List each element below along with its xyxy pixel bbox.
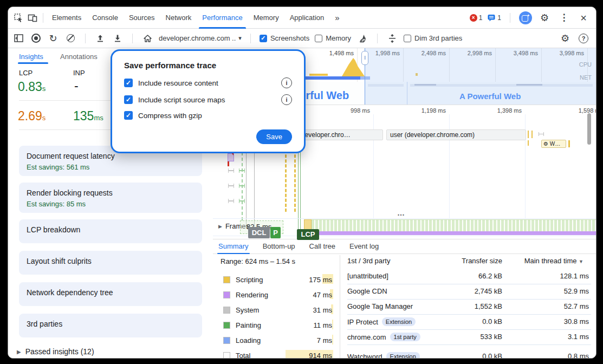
tab-performance[interactable]: Performance <box>197 7 248 29</box>
tab-application[interactable]: Application <box>284 7 330 29</box>
col-party-header[interactable]: 1st / 3rd party <box>347 257 390 265</box>
scripting-swatch <box>223 276 230 283</box>
include-resource-content-checkbox[interactable]: ✓ Include resource content i <box>124 77 292 88</box>
kebab-menu-icon[interactable]: ⋮ <box>557 11 571 25</box>
clear-icon[interactable] <box>64 32 76 44</box>
inp-local-value: - <box>74 79 79 93</box>
insight-card-layout-shift[interactable]: Layout shift culprits <box>19 251 202 275</box>
checkbox-checked-icon: ✓ <box>260 35 267 42</box>
insight-card-network-dependency[interactable]: Network dependency tree <box>19 282 202 306</box>
chevron-down-icon: ▾ <box>238 35 242 42</box>
info-icon[interactable]: i <box>281 94 292 105</box>
network-request-pill[interactable]: user (developer.chrome.com) <box>386 129 526 140</box>
devtools-window: Elements Console Sources Network Perform… <box>8 6 596 359</box>
dim-3rd-parties-checkbox[interactable]: Dim 3rd parties <box>404 34 462 42</box>
party-row-name[interactable]: chrome.com1st party <box>347 333 420 341</box>
expand-arrow-icon: ▶ <box>218 224 222 229</box>
legend-label: Rendering <box>236 291 268 299</box>
checkbox-unchecked-icon <box>315 35 322 42</box>
insight-card-render-blocking[interactable]: Render blocking requests Est savings: 85… <box>19 183 202 213</box>
detail-tick: 1,198 ms <box>408 107 446 114</box>
rendering-swatch <box>223 291 230 298</box>
page-select-dropdown[interactable]: developer.chrome.com .. ▾ <box>159 34 242 42</box>
inspect-element-icon[interactable] <box>11 11 25 25</box>
throttling-icon[interactable] <box>386 32 398 44</box>
collect-garbage-icon[interactable] <box>356 32 368 44</box>
save-profile-icon[interactable] <box>112 32 124 44</box>
tab-summary[interactable]: Summary <box>218 239 249 254</box>
separator <box>85 34 86 43</box>
tab-network[interactable]: Network <box>160 7 197 29</box>
checkbox-unchecked-icon <box>404 35 411 42</box>
tab-call-tree[interactable]: Call tree <box>309 239 335 254</box>
save-button[interactable]: Save <box>256 129 292 144</box>
home-icon[interactable] <box>141 32 153 44</box>
tab-console[interactable]: Console <box>87 7 124 29</box>
party-row-name[interactable]: IP ProtectExtension <box>347 317 416 326</box>
lcp-marker-badge[interactable]: LCP <box>297 229 319 240</box>
passed-insights-toggle[interactable]: ▶ Passed insights (12) <box>17 347 94 356</box>
inp-field-value: 135ms <box>73 109 103 123</box>
tab-event-log[interactable]: Event log <box>349 239 379 254</box>
tab-sources[interactable]: Sources <box>124 7 160 29</box>
lcp-marker-line <box>298 145 299 230</box>
dcl-marker-badge[interactable]: DCL <box>248 227 270 238</box>
tab-bottom-up[interactable]: Bottom-up <box>263 239 295 254</box>
checkbox-checked-icon: ✓ <box>124 111 133 120</box>
vertical-scrollbar[interactable] <box>587 113 591 145</box>
checkbox-checked-icon: ✓ <box>124 95 133 104</box>
party-row-name[interactable]: [unattributed] <box>347 272 388 280</box>
record-icon[interactable] <box>30 32 42 44</box>
compress-gzip-checkbox[interactable]: ✓ Compress with gzip <box>124 111 292 120</box>
cpu-activity <box>309 74 328 76</box>
system-swatch <box>223 307 230 314</box>
paint-marker-badge[interactable]: P <box>270 227 281 238</box>
legend-label: Painting <box>236 321 261 329</box>
est-savings: Est savings: 85 ms <box>27 200 194 208</box>
total-swatch <box>223 352 230 358</box>
issues-icon <box>488 14 496 22</box>
tab-elements[interactable]: Elements <box>47 7 87 29</box>
tab-annotations[interactable]: Annotations <box>60 53 98 61</box>
col-time-header[interactable]: Main thread time ▼ <box>502 257 583 265</box>
insight-card-3rd-parties[interactable]: 3rd parties <box>19 314 202 337</box>
sort-desc-icon: ▼ <box>579 259 583 264</box>
more-tabs-icon[interactable]: » <box>329 7 345 29</box>
separator <box>510 13 510 23</box>
error-count-badge[interactable]: × 1 <box>470 14 483 22</box>
party-row-name[interactable]: Google CDN <box>347 287 387 295</box>
legend-value: 914 ms <box>278 352 332 358</box>
detail-tick: 1,598 ms <box>565 107 596 114</box>
memory-checkbox[interactable]: Memory <box>315 34 351 42</box>
legend-value: 175 ms <box>278 276 332 284</box>
screenshots-checkbox[interactable]: ✓ Screenshots <box>260 34 309 42</box>
performance-toolbar: ↻ developer.chrome.com .. ▾ ✓ Screenshot… <box>8 29 596 48</box>
settings-gear-icon[interactable]: ⚙ <box>537 11 552 25</box>
reload-and-record-icon[interactable]: ↻ <box>47 32 59 44</box>
insight-card-lcp-breakdown[interactable]: LCP breakdown <box>19 219 202 243</box>
close-devtools-icon[interactable]: × <box>576 11 591 25</box>
tab-insights[interactable]: Insights <box>19 53 43 61</box>
party-row-name[interactable]: WatchwordExtension <box>347 352 420 358</box>
overview-tick: 1,498 ms <box>316 50 354 56</box>
load-profile-icon[interactable] <box>94 32 106 44</box>
info-icon[interactable]: i <box>281 77 292 88</box>
collapsed-tracks-handle[interactable]: … <box>397 209 405 217</box>
capture-settings-gear-icon[interactable]: ⚙ <box>559 32 571 44</box>
separator <box>377 34 378 43</box>
long-task-chip[interactable]: ⚙ W… <box>541 140 566 148</box>
lcp-field-value: 2.69s <box>18 109 46 123</box>
device-toolbar-icon[interactable] <box>25 11 40 25</box>
help-icon[interactable]: ? <box>579 34 588 43</box>
toggle-sidebar-icon[interactable] <box>12 32 24 44</box>
party-row-name[interactable]: Google Tag Manager <box>347 302 413 310</box>
expand-arrow-icon: ▶ <box>17 349 21 355</box>
ai-assistance-icon[interactable]: ✦ <box>519 11 532 24</box>
lcp-label: LCP <box>19 69 33 77</box>
issue-count-badge[interactable]: 1 <box>488 14 501 22</box>
error-icon: × <box>470 14 477 22</box>
col-size-header[interactable]: Transfer size <box>437 257 502 265</box>
window-resize-grip[interactable]: ‖ <box>361 51 368 65</box>
tab-memory[interactable]: Memory <box>248 7 284 29</box>
include-source-maps-checkbox[interactable]: ✓ Include script source maps i <box>124 94 292 105</box>
